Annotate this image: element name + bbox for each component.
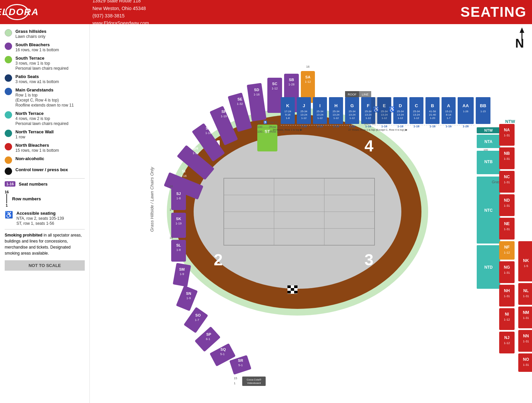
north-terrace-wall-sub: 1 row [15, 135, 25, 139]
legend-text-non-alcoholic: Non-alcoholic [15, 156, 44, 161]
legend-text-accessible: Accessible seating NTA, row 2, seats 105… [16, 211, 64, 226]
svg-text:1-26: 1-26 [463, 125, 469, 128]
svg-text:1-16: 1-16 [205, 131, 211, 135]
grass-swatch [5, 29, 12, 37]
svg-text:16: 16 [170, 185, 173, 188]
legend-text-control-tower: Control tower / press box [15, 167, 68, 172]
svg-text:5-1: 5-1 [220, 352, 224, 356]
svg-text:A: A [447, 103, 450, 108]
address-line2: New Weston, Ohio 45348 [92, 5, 460, 12]
svg-text:56...♿(Row 1)...1: 56...♿(Row 1)...1 [257, 120, 282, 124]
turn2-label: 2 [214, 251, 223, 269]
south-terrace-swatch [5, 56, 12, 63]
svg-text:1-32: 1-32 [237, 102, 243, 106]
svg-text:13-24: 13-24 [365, 113, 372, 116]
svg-text:D: D [399, 103, 402, 108]
section-nl[interactable] [518, 283, 532, 305]
svg-text:1-31: 1-31 [523, 316, 529, 320]
svg-text:1-31: 1-31 [504, 157, 510, 160]
svg-text:G: G [350, 103, 354, 108]
svg-text:13-24: 13-24 [397, 113, 404, 116]
svg-text:NK: NK [523, 258, 529, 263]
svg-text:1-8: 1-8 [286, 117, 290, 120]
seat-numbers-label: Seat numbers [19, 182, 48, 187]
svg-text:25-34: 25-34 [349, 110, 356, 113]
svg-rect-16 [294, 291, 297, 293]
svg-text:NL: NL [523, 288, 529, 293]
svg-text:1-26: 1-26 [463, 110, 469, 113]
legend-text-row-numbers: Row numbers [12, 196, 41, 201]
patio-sub: 3 rows, row a1 is bottom [15, 79, 59, 84]
north-bleachers-swatch [5, 143, 12, 150]
svg-text:25-34: 25-34 [397, 110, 404, 113]
svg-text:SP: SP [206, 332, 211, 336]
svg-text:13-24: 13-24 [333, 113, 340, 116]
svg-text:1-31: 1-31 [523, 294, 529, 298]
svg-text:SN: SN [186, 291, 191, 295]
north-terrace-label: North Terrace [15, 111, 68, 116]
svg-text:NTW: NTW [505, 119, 515, 124]
svg-text:I: I [319, 103, 321, 108]
header: ELDORA 13929 State Route 118 New Weston,… [0, 0, 532, 24]
grass-label: Grass hillsides [15, 29, 47, 34]
compass-n: N [515, 37, 524, 50]
svg-text:1-8: 1-8 [176, 197, 181, 200]
svg-text:1-12: 1-12 [398, 117, 403, 120]
svg-text:NB: NB [504, 151, 510, 156]
section-no[interactable] [518, 353, 532, 372]
svg-text:SK: SK [176, 217, 181, 221]
accessible-icon: ♿ [5, 211, 13, 219]
address-line1: 13929 State Route 118 [92, 0, 460, 5]
svg-text:1-31: 1-31 [504, 181, 510, 184]
svg-marker-1 [520, 27, 524, 33]
svg-text:NH: NH [504, 288, 510, 293]
svg-text:SL: SL [176, 243, 181, 247]
svg-text:1-16: 1-16 [413, 125, 419, 128]
svg-text:K: K [286, 103, 289, 108]
legend-text-seat-numbers: Seat numbers [19, 182, 48, 187]
legend-item-control-tower: Control tower / press box [5, 167, 85, 175]
svg-text:F: F [367, 103, 370, 108]
svg-text:B: B [431, 103, 434, 108]
south-terrace-label: South Terrace [15, 56, 68, 61]
svg-text:1-15: 1-15 [480, 110, 486, 113]
svg-text:8-14: 8-14 [446, 113, 452, 116]
section-nf[interactable] [499, 241, 515, 260]
map-area: N [90, 24, 532, 403]
svg-rect-8 [287, 285, 291, 288]
svg-text:NG: NG [504, 265, 510, 270]
svg-text:SR: SR [238, 358, 243, 362]
main-layout: Grass hillsides Lawn chairs only South B… [0, 24, 532, 403]
svg-text:NTA: NTA [484, 139, 492, 144]
svg-rect-15 [291, 291, 294, 293]
grass-hillside-label: Grass Hillside / Lawn Chairs Only [149, 166, 154, 232]
accessible-label: Accessible seating [16, 211, 64, 216]
logo-area: ELDORA [5, 4, 92, 20]
patio-swatch [5, 74, 12, 82]
svg-text:LINE: LINE [362, 93, 369, 96]
svg-rect-13 [294, 288, 297, 291]
svg-text:1-8: 1-8 [176, 248, 181, 252]
legend-text-south-terrace: South Terrace 3 rows, row 1 is topPerson… [15, 56, 68, 71]
svg-text:1-19: 1-19 [176, 222, 182, 225]
svg-text:5-1: 5-1 [238, 363, 243, 367]
svg-text:SH: SH [193, 146, 198, 150]
row-bar: 16 1 [5, 190, 9, 207]
svg-text:1-12: 1-12 [365, 117, 371, 120]
main-grandstands-sub: Row 1 is top(Except C, Row 4 is top)Roof… [15, 93, 74, 108]
svg-text:25-34: 25-34 [413, 110, 420, 113]
svg-text:Coca-Cola®: Coca-Cola® [247, 378, 261, 381]
legend-item-south-bleachers: South Bleachers 16 rows, row 1 is bottom [5, 42, 85, 52]
svg-text:1-12: 1-12 [272, 87, 278, 90]
svg-rect-11 [287, 288, 291, 291]
logo-text: ELDORA [0, 7, 39, 17]
svg-text:C: C [415, 103, 418, 108]
svg-text:9-16: 9-16 [285, 113, 291, 116]
legend-item-north-terrace: North Terrace 4 rows, row 2 is topPerson… [5, 111, 85, 126]
svg-text:1-12: 1-12 [504, 341, 510, 345]
svg-text:ROOF: ROOF [348, 93, 357, 96]
svg-text:NA: NA [504, 128, 510, 132]
svg-text:NTD: NTD [484, 265, 493, 270]
row-top: 16 [5, 190, 9, 194]
legend: Grass hillsides Lawn chairs only South B… [0, 24, 90, 403]
